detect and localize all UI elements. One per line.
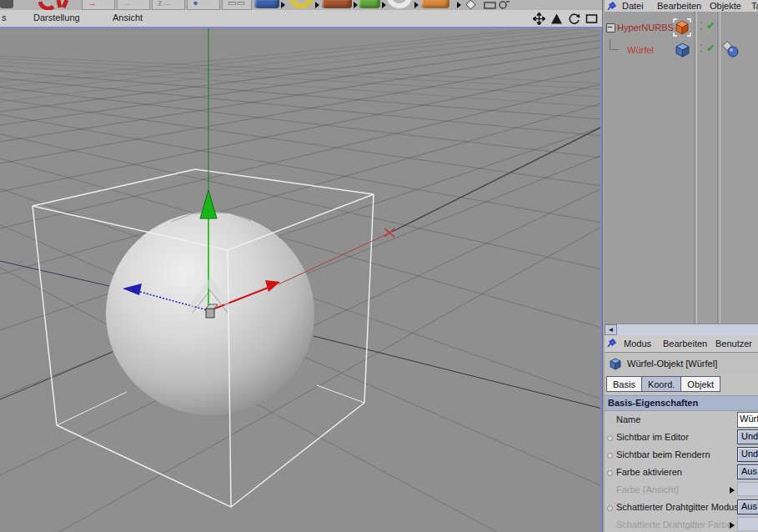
- param-label: Sichtbar beim Rendern: [616, 449, 710, 459]
- cursor-tool-icon[interactable]: →: [117, 0, 150, 10]
- om-object-row[interactable]: Würfel✔: [605, 39, 758, 61]
- y-axis-arrow[interactable]: [200, 190, 217, 218]
- object-name[interactable]: HyperNURBS: [617, 23, 674, 33]
- move-view-icon[interactable]: [532, 12, 546, 26]
- grid-line: [0, 28, 600, 93]
- spline-circle-icon[interactable]: [289, 0, 314, 8]
- sphere-primitive-icon[interactable]: [387, 0, 412, 8]
- grid-line: [0, 58, 600, 89]
- grid-line: [0, 84, 600, 228]
- phong-tag-icon[interactable]: [721, 40, 740, 58]
- grid-line: [0, 114, 600, 223]
- cube-primitive-icon[interactable]: [254, 0, 279, 8]
- redo-arrow-icon[interactable]: →: [82, 0, 115, 10]
- scene-canvas: [0, 28, 600, 532]
- viewport-menu-darstellung[interactable]: Darstellung: [33, 13, 80, 23]
- flyout-arrow-icon[interactable]: [457, 2, 461, 8]
- param-dropdown[interactable]: Aus: [737, 499, 758, 514]
- om-menu-objekte[interactable]: Objekte: [710, 1, 741, 11]
- object-manager[interactable]: HyperNURBS✔Würfel✔: [605, 12, 758, 324]
- am-menu-bearbeiten[interactable]: Bearbeiten: [663, 339, 707, 349]
- am-row-sichtbar-beim-rendern: Sichtbar beim RendernUnd: [605, 446, 758, 464]
- enable-check-icon[interactable]: ✔: [706, 42, 715, 54]
- am-row-sichtbar-im-editor: Sichtbar im EditorUnd: [605, 429, 758, 446]
- om-menu-datei[interactable]: Datei: [622, 1, 644, 11]
- render-visibility-dot[interactable]: [700, 28, 703, 31]
- x-axis-end-cross: [384, 228, 394, 237]
- render-sphere-icon[interactable]: ●: [187, 0, 220, 10]
- flyout-arrow-icon[interactable]: [414, 2, 419, 8]
- scrollbar-left-arrow[interactable]: ◄: [605, 324, 617, 335]
- param-animation-dot[interactable]: [607, 470, 613, 476]
- flyout-arrow-icon[interactable]: [730, 522, 735, 529]
- object-name[interactable]: Würfel: [627, 45, 654, 55]
- render-visibility-dot[interactable]: [700, 50, 703, 53]
- flyout-arrow-icon[interactable]: [382, 2, 386, 8]
- app-logo-fragment[interactable]: [0, 0, 13, 8]
- am-row-farbe-ansicht-: Farbe (Ansicht): [605, 481, 758, 499]
- am-row-schattierte-drahtgitter-farbe: Schattierte Drahtgitter Farbe: [605, 516, 758, 532]
- am-section-header: Basis-Eigenschaften: [605, 395, 758, 411]
- axis-diamond-icon[interactable]: [465, 0, 476, 10]
- tree-connector: [610, 39, 618, 50]
- editor-visibility-dot[interactable]: [700, 21, 703, 24]
- viewport-menu-clipped[interactable]: s: [2, 13, 7, 23]
- param-dropdown[interactable]: Aus: [737, 464, 758, 479]
- viewport-menubar: s Darstellung Ansicht: [0, 10, 602, 28]
- attribute-manager: Modus Bearbeiten Benutzer Würfel-Objekt …: [605, 335, 758, 532]
- flyout-arrow-icon[interactable]: [354, 2, 358, 8]
- param-label: Schattierte Drahtgitter Farbe: [616, 519, 732, 529]
- param-dropdown[interactable]: Und: [737, 447, 758, 462]
- disabled-field: [737, 482, 758, 496]
- am-rows: NameWürfelSichtbar im EditorUndSichtbar …: [605, 411, 758, 532]
- hypernurbs-icon[interactable]: [673, 18, 691, 37]
- param-label: Name: [616, 414, 640, 424]
- flyout-arrow-icon[interactable]: [730, 487, 735, 494]
- am-title-text: Würfel-Objekt [Würfel]: [627, 359, 717, 369]
- render-window-icon[interactable]: ▭▭: [222, 0, 252, 10]
- am-object-title: Würfel-Objekt [Würfel]: [605, 353, 758, 374]
- am-menu-modus[interactable]: Modus: [624, 339, 651, 349]
- param-label: Farbe aktivieren: [616, 467, 682, 477]
- tab-objekt[interactable]: Objekt: [680, 376, 720, 392]
- right-panel: Datei Bearbeiten Objekte Tags HyperNURBS…: [605, 0, 758, 532]
- cube-icon[interactable]: [674, 41, 691, 58]
- nurbs-green-icon[interactable]: [359, 0, 380, 8]
- tab-koord[interactable]: Koord.: [641, 376, 680, 392]
- scale-view-icon[interactable]: [550, 12, 564, 26]
- flyout-arrow-icon[interactable]: [315, 2, 319, 8]
- am-row-schattierter-drahtgitter-modus: Schattierter Drahtgitter ModusAus: [605, 499, 758, 516]
- param-label: Sichtbar im Editor: [616, 432, 689, 442]
- cinema4d-window: →→z→●▭▭ s Darstellung Ansicht: [0, 0, 758, 532]
- viewport-menu-ansicht[interactable]: Ansicht: [113, 13, 143, 23]
- param-dropdown[interactable]: Und: [737, 429, 758, 444]
- perspective-viewport[interactable]: [0, 28, 602, 532]
- rotate-view-icon[interactable]: [567, 12, 581, 26]
- pin-icon[interactable]: [607, 2, 616, 11]
- param-animation-dot[interactable]: [607, 505, 613, 511]
- am-tabs: Basis Koord. Objekt: [606, 376, 720, 392]
- om-menu-bearbeiten[interactable]: Bearbeiten: [657, 1, 701, 11]
- enable-check-icon[interactable]: ✔: [706, 19, 715, 32]
- om-object-row[interactable]: HyperNURBS✔: [605, 17, 758, 38]
- modeling-orange-icon[interactable]: [421, 0, 449, 8]
- expand-collapse-icon[interactable]: [606, 23, 615, 33]
- cube-icon: [608, 356, 623, 371]
- tab-basis[interactable]: Basis: [606, 376, 641, 392]
- maximize-view-icon[interactable]: [585, 12, 599, 26]
- undo-arrow-icon[interactable]: [38, 0, 77, 10]
- axis-lock-icon[interactable]: [484, 1, 510, 9]
- om-horizontal-scrollbar[interactable]: ◄: [605, 324, 758, 336]
- name-input[interactable]: Würfel: [737, 412, 758, 428]
- param-animation-dot[interactable]: [607, 435, 613, 441]
- editor-visibility-dot[interactable]: [700, 43, 703, 47]
- am-row-name: NameWürfel: [605, 411, 758, 429]
- param-animation-dot[interactable]: [607, 453, 613, 459]
- am-menu-benutzer[interactable]: Benutzer: [715, 339, 752, 349]
- render-arrow-icon[interactable]: z→: [152, 0, 185, 10]
- pin-icon[interactable]: [607, 339, 616, 348]
- flyout-arrow-icon[interactable]: [281, 2, 285, 8]
- spline-pen-icon[interactable]: [322, 0, 352, 8]
- om-menu-tags[interactable]: Tags: [751, 1, 758, 11]
- viewport-controls: [532, 12, 599, 26]
